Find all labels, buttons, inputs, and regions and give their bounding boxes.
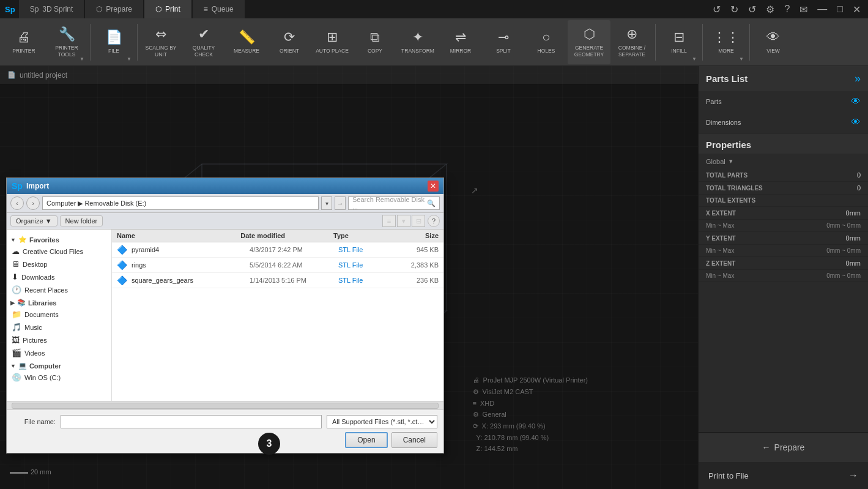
prop-total-triangles: TOTAL TRIANGLES 0 — [699, 182, 868, 195]
sidebar-item-downloads[interactable]: ⬇ Downloads — [7, 271, 111, 283]
tool-orient[interactable]: ⟳ ORIENT — [268, 20, 311, 64]
printer-tools-arrow: ▼ — [80, 56, 84, 62]
tool-combine-separate[interactable]: ⊕ COMBINE / SEPARATE — [610, 20, 653, 64]
tool-holes[interactable]: ○ HOLES — [525, 20, 568, 64]
dialog-search-bar[interactable]: Search Removable Disk ... 🔍 — [348, 196, 440, 210]
tool-mirror[interactable]: ⇌ MIRROR — [439, 20, 482, 64]
sidebar-favorites-group[interactable]: ▼ ⭐ Favorites — [7, 233, 111, 245]
col-date[interactable]: Date modified — [240, 232, 333, 239]
y-minmax-value: 0mm ~ 0mm — [826, 247, 861, 254]
mail-btn[interactable]: ✉ — [797, 4, 810, 15]
sidebar-item-videos[interactable]: 🎬 Videos — [7, 346, 111, 359]
tool-split[interactable]: ⊸ SPLIT — [482, 20, 525, 64]
total-triangles-value: 0 — [857, 184, 861, 192]
col-type[interactable]: Type — [333, 232, 395, 239]
prepare-back-btn[interactable]: ← Prepare — [699, 433, 868, 462]
sidebar-libraries-group[interactable]: ▶ 📚 Libraries — [7, 296, 111, 308]
title-tabs: Sp 3D Sprint ⬡ Prepare ⬡ Print ≡ Queue — [19, 0, 711, 18]
desktop-icon: 🖥 — [12, 259, 20, 269]
dialog-path-bar[interactable]: Computer ▶ Removable Disk (E:) — [42, 196, 319, 210]
file-row-2[interactable]: 🔷 square_gears_gears 1/14/2013 5:16 PM S… — [112, 273, 443, 288]
tool-file[interactable]: 📄 FILE ▼ — [92, 20, 135, 64]
sidebar-item-pictures[interactable]: 🖼 Pictures — [7, 334, 111, 346]
global-row[interactable]: Global ▾ — [699, 154, 868, 169]
dialog-refresh-btn[interactable]: → — [335, 196, 346, 210]
dialog-view-dropdown-btn[interactable]: ▾ — [397, 215, 410, 227]
tool-printer[interactable]: 🖨 PRINTER — [2, 20, 45, 64]
dialog-sidebar: ▼ ⭐ Favorites ☁ Creative Cloud Files 🖥 D… — [7, 230, 112, 401]
sidebar-item-desktop[interactable]: 🖥 Desktop — [7, 258, 111, 271]
dialog-new-folder-btn[interactable]: New folder — [60, 215, 103, 226]
filetype-select[interactable]: All Supported Files (*.stl, *.ct… — [327, 415, 437, 428]
dialog-close-button[interactable]: ✕ — [428, 181, 439, 192]
dialog-cancel-button[interactable]: Cancel — [391, 432, 437, 448]
dialog-scroll-track[interactable] — [12, 403, 439, 409]
tool-scaling[interactable]: ⇔ SCALING BY UNIT — [139, 20, 182, 64]
dialog-open-button[interactable]: Open — [345, 432, 387, 448]
filename-input[interactable] — [61, 415, 322, 428]
sidebar-item-cloud[interactable]: ☁ Creative Cloud Files — [7, 245, 111, 258]
dialog-help-btn[interactable]: ? — [428, 215, 440, 227]
parts-list-expand-icon[interactable]: » — [855, 72, 861, 85]
sidebar-item-winos[interactable]: 💿 Win OS (C:) — [7, 371, 111, 384]
dialog-path-dropdown[interactable]: ▾ — [321, 196, 332, 210]
tool-transform[interactable]: ✦ TRANSFORM — [396, 20, 439, 64]
tool-printer-tools[interactable]: 🔧 PRINTER TOOLS ▼ — [45, 20, 88, 64]
dialog-organize-btn[interactable]: Organize ▼ — [10, 215, 57, 226]
tool-generate-geometry[interactable]: ⬡ GENERATE GEOMETRY — [568, 20, 610, 64]
tab-prepare[interactable]: ⬡ Prepare — [85, 0, 143, 18]
dialog-back-btn[interactable]: ‹ — [10, 196, 24, 210]
tab-queue[interactable]: ≡ Queue — [193, 0, 245, 18]
dialog-list-view-btn[interactable]: ≡ — [382, 215, 396, 227]
sidebar-music-label: Music — [24, 324, 42, 331]
help-btn[interactable]: ? — [782, 4, 792, 15]
viewport[interactable]: 📄 untitled project MJP 2500W ↗ 20 mm — [0, 66, 698, 489]
sidebar-item-documents[interactable]: 📁 Documents — [7, 308, 111, 321]
global-chevron-icon: ▾ — [729, 157, 733, 165]
sidebar-item-recent[interactable]: 🕐 Recent Places — [7, 283, 111, 296]
sidebar-item-music[interactable]: 🎵 Music — [7, 321, 111, 334]
file-row-1[interactable]: 🔷 rings 5/5/2014 6:22 AM STL File 2,383 … — [112, 258, 443, 273]
dialog-forward-btn[interactable]: › — [26, 196, 40, 210]
dialog-details-view-btn[interactable]: ⊟ — [412, 215, 425, 227]
tool-quality[interactable]: ✔ QUALITY CHECK — [182, 20, 225, 64]
dialog-filename-row: File name: All Supported Files (*.stl, *… — [13, 415, 437, 428]
parts-eye-icon[interactable]: 👁 — [851, 96, 861, 107]
tab-3dsprint[interactable]: Sp 3D Sprint — [19, 0, 84, 18]
redo-btn[interactable]: ↻ — [728, 4, 741, 15]
panel-bottom: ← Prepare Print to File → — [699, 432, 868, 489]
dimensions-label: Dimensions — [706, 119, 741, 126]
scaling-icon: ⇔ — [155, 26, 166, 42]
minimize-btn[interactable]: — — [815, 4, 829, 15]
sidebar-documents-label: Documents — [24, 311, 59, 318]
col-size[interactable]: Size — [395, 232, 439, 239]
tool-more[interactable]: ⋮⋮ MORE ▼ — [705, 20, 747, 64]
print-to-file-row[interactable]: Print to File → — [699, 462, 868, 489]
title-bar: Sp Sp 3D Sprint ⬡ Prepare ⬡ Print ≡ Queu… — [0, 0, 868, 18]
maximize-btn[interactable]: □ — [834, 4, 845, 15]
dimensions-eye-icon[interactable]: 👁 — [851, 117, 861, 128]
dialog-action-buttons: Open Cancel — [13, 432, 437, 448]
x-extent-value: 0mm — [846, 209, 861, 217]
sidebar-computer-group[interactable]: ▼ 💻 Computer — [7, 359, 111, 371]
dimensions-row: Dimensions 👁 — [699, 112, 868, 133]
close-btn[interactable]: ✕ — [850, 4, 863, 15]
tool-autoplace-label: AUTO PLACE — [316, 48, 349, 54]
tool-measure[interactable]: 📏 MEASURE — [225, 20, 268, 64]
tool-combine-label: COMBINE / SEPARATE — [612, 45, 652, 57]
file-list-header[interactable]: Name Date modified Type Size — [112, 230, 443, 242]
dialog-scrollbar[interactable] — [7, 401, 443, 409]
undo-btn[interactable]: ↺ — [710, 4, 723, 15]
tab-print-label: Print — [165, 5, 180, 13]
tool-view[interactable]: 👁 VIEW — [752, 20, 795, 64]
prepare-back-arrow-icon: ← — [762, 442, 771, 452]
tool-infill[interactable]: ⊟ INFILL ▼ — [658, 20, 700, 64]
tool-autoplace[interactable]: ⊞ AUTO PLACE — [311, 20, 354, 64]
file-row-0[interactable]: 🔷 pyramid4 4/3/2017 2:42 PM STL File 945… — [112, 242, 443, 258]
refresh-btn[interactable]: ↺ — [746, 4, 759, 15]
settings-btn[interactable]: ⚙ — [763, 4, 777, 15]
tool-copy[interactable]: ⧉ COPY — [354, 20, 396, 64]
tab-print[interactable]: ⬡ Print — [144, 0, 191, 18]
sidebar-desktop-label: Desktop — [23, 261, 47, 268]
col-name[interactable]: Name — [117, 232, 240, 239]
